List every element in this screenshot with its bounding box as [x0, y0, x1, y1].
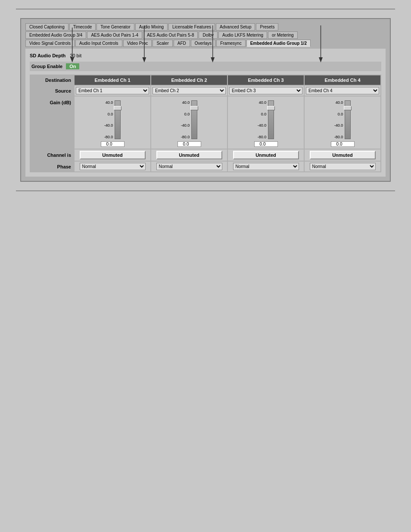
source-label: Source	[31, 86, 74, 96]
ch1-header: Embedded Ch 1	[75, 75, 150, 85]
ch3-gain-n80: -80.0	[258, 135, 267, 139]
ch4-mute-button[interactable]: Unmuted	[310, 151, 376, 159]
ch4-fader-knob[interactable]	[344, 106, 352, 110]
ch1-gain-labels: 40.0 0.0 -40.0 -80.0	[104, 100, 113, 139]
ch1-fader-track[interactable]	[115, 100, 121, 139]
ch3-mute-button[interactable]: Unmuted	[233, 151, 299, 159]
ch4-mute-cell: Unmuted	[305, 149, 380, 161]
gain-label: Gain (dB)	[31, 96, 74, 149]
tab-embedded-audio-group-34[interactable]: Embedded Audio Group 3/4	[25, 31, 86, 39]
tab-dolby[interactable]: Dolby	[199, 31, 218, 39]
ch3-phase-select[interactable]: Normal Inverted	[233, 163, 299, 170]
tab-aes-out-1-4[interactable]: AES Audio Out Pairs 1-4	[87, 31, 142, 39]
ch1-gain-40: 40.0	[104, 100, 113, 105]
ch1-phase-select[interactable]: Normal Inverted	[80, 163, 146, 170]
ch4-source-select[interactable]: Embed Ch 1 Embed Ch 2 Embed Ch 3 Embed C…	[306, 87, 379, 94]
ch4-fader-track[interactable]	[345, 100, 351, 139]
ch4-header: Embedded Ch 4	[305, 75, 380, 85]
ch1-source-select[interactable]: Embed Ch 1 Embed Ch 2 Embed Ch 3 Embed C…	[76, 87, 149, 94]
sd-audio-depth-value: 20 bit	[70, 53, 81, 58]
ch3-gain-0: 0.0	[258, 112, 267, 116]
ch1-mute-cell: Unmuted	[75, 149, 150, 161]
tab-rows: Closed Captioning Timecode Tone Generato…	[25, 23, 386, 47]
channel-grid: Destination Embedded Ch 1 Embedded Ch 2 …	[30, 75, 381, 172]
ch4-phase-select[interactable]: Normal Inverted	[310, 163, 376, 170]
tab-overlays[interactable]: Overlays	[191, 40, 215, 47]
ch2-header: Embedded Ch 2	[151, 75, 227, 85]
tab-scaler[interactable]: Scaler	[153, 40, 172, 47]
tab-audio-mixing[interactable]: Audio Mixing	[135, 23, 168, 31]
ch2-source-select[interactable]: Embed Ch 1 Embed Ch 2 Embed Ch 3 Embed C…	[153, 87, 226, 94]
ch3-source-select[interactable]: Embed Ch 1 Embed Ch 2 Embed Ch 3 Embed C…	[229, 87, 302, 94]
ch2-phase-select[interactable]: Normal Inverted	[156, 163, 222, 170]
ch1-mute-button[interactable]: Unmuted	[80, 151, 146, 159]
top-rule	[16, 9, 395, 9]
ch2-gain-cell: 40.0 0.0 -40.0 -80.0	[151, 96, 227, 149]
tab-video-signal-controls[interactable]: Video Signal Controls	[25, 40, 75, 47]
ch4-source-cell: Embed Ch 1 Embed Ch 2 Embed Ch 3 Embed C…	[305, 86, 380, 96]
bottom-rule	[16, 190, 395, 191]
ch1-fader-wrapper: 40.0 0.0 -40.0 -80.0	[104, 98, 121, 141]
channel-is-label: Channel is	[31, 149, 74, 161]
ch1-source-cell: Embed Ch 1 Embed Ch 2 Embed Ch 3 Embed C…	[75, 86, 150, 96]
ch2-mute-button[interactable]: Unmuted	[156, 151, 222, 159]
tab-timecode[interactable]: Timecode	[69, 23, 96, 31]
tab-row-1: Closed Captioning Timecode Tone Generato…	[25, 23, 386, 31]
tab-row-3: Video Signal Controls Audio Input Contro…	[25, 40, 386, 47]
ch3-gain-40: 40.0	[258, 100, 267, 105]
tab-afd[interactable]: AFD	[174, 40, 190, 47]
tab-audio-lkfs[interactable]: Audio LKFS Metering	[218, 31, 267, 39]
ch3-fader-track[interactable]	[268, 100, 274, 139]
tab-aes-out-5-8[interactable]: AES Audio Out Pairs 5-8	[143, 31, 198, 39]
ch3-gain-input[interactable]	[254, 141, 278, 147]
tab-tone-generator[interactable]: Tone Generator	[97, 23, 134, 31]
tab-closed-captioning[interactable]: Closed Captioning	[25, 23, 68, 31]
tab-framesync[interactable]: Framesync	[216, 40, 245, 47]
ch3-gain-cell: 40.0 0.0 -40.0 -80.0	[228, 96, 304, 149]
ch3-gain-n40: -40.0	[258, 123, 267, 128]
ch1-fader-knob[interactable]	[114, 106, 121, 110]
ch4-gain-n80: -80.0	[334, 135, 343, 139]
ch2-source-cell: Embed Ch 1 Embed Ch 2 Embed Ch 3 Embed C…	[151, 86, 227, 96]
ch2-gain-0: 0.0	[181, 112, 190, 116]
tab-audio-input-controls[interactable]: Audio Input Controls	[75, 40, 122, 47]
tab-or-metering[interactable]: or Metering	[268, 31, 298, 39]
tab-video-proc[interactable]: Video Proc	[123, 40, 152, 47]
ch1-gain-cell: 40.0 0.0 -40.0 -80.0	[75, 96, 150, 149]
ch3-phase-cell: Normal Inverted	[228, 162, 304, 171]
ch3-fader-knob[interactable]	[267, 106, 275, 110]
ch1-gain-n80: -80.0	[104, 135, 113, 139]
ch2-gain-labels: 40.0 0.0 -40.0 -80.0	[181, 100, 190, 139]
ch2-fader-track[interactable]	[191, 100, 197, 139]
phase-label: Phase	[31, 162, 74, 171]
content-area: SD Audio Depth 20 bit Group Enable On De…	[25, 49, 386, 177]
ch4-gain-40: 40.0	[334, 100, 343, 105]
ch3-mute-cell: Unmuted	[228, 149, 304, 161]
ch2-mute-cell: Unmuted	[151, 149, 227, 161]
ch1-gain-n40: -40.0	[104, 123, 113, 128]
tab-row-2: Embedded Audio Group 3/4 AES Audio Out P…	[25, 31, 386, 39]
sd-audio-depth-row: SD Audio Depth 20 bit	[30, 53, 381, 58]
ch4-gain-labels: 40.0 0.0 -40.0 -80.0	[334, 100, 343, 139]
group-enable-label: Group Enable	[31, 64, 62, 69]
ch4-gain-cell: 40.0 0.0 -40.0 -80.0	[305, 96, 380, 149]
ch2-gain-40: 40.0	[181, 100, 190, 105]
ch2-fader-knob[interactable]	[190, 106, 198, 110]
destination-label: Destination	[31, 75, 74, 85]
group-enable-row: Group Enable On	[30, 62, 381, 71]
main-panel: Closed Captioning Timecode Tone Generato…	[20, 18, 391, 182]
tab-embedded-audio-group-12[interactable]: Embedded Audio Group 1/2	[246, 40, 311, 47]
ch4-fader-wrapper: 40.0 0.0 -40.0 -80.0	[334, 98, 351, 141]
ch2-gain-input[interactable]	[177, 141, 201, 147]
ch1-gain-input[interactable]	[101, 141, 125, 147]
ch2-fader-wrapper: 40.0 0.0 -40.0 -80.0	[181, 98, 198, 141]
ch3-source-cell: Embed Ch 1 Embed Ch 2 Embed Ch 3 Embed C…	[228, 86, 304, 96]
tab-advanced-setup[interactable]: Advanced Setup	[216, 23, 255, 31]
sd-audio-depth-label: SD Audio Depth	[30, 53, 65, 58]
ch4-gain-input[interactable]	[331, 141, 355, 147]
group-enable-value: On	[66, 63, 79, 69]
tab-licensable-features[interactable]: Licensable Features	[168, 23, 215, 31]
tab-presets[interactable]: Presets	[256, 23, 278, 31]
ch3-fader-wrapper: 40.0 0.0 -40.0 -80.0	[258, 98, 274, 141]
ch4-gain-n40: -40.0	[334, 123, 343, 128]
